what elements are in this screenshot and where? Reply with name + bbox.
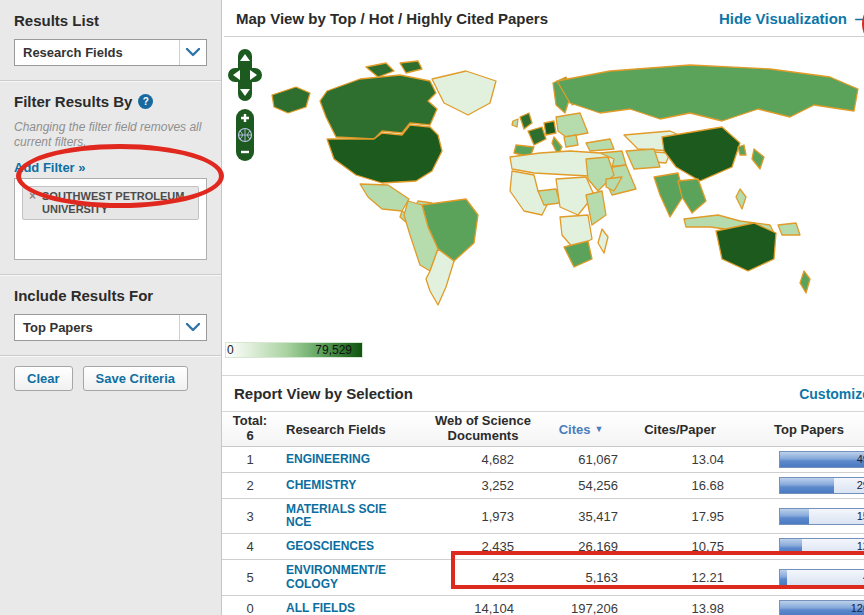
results-list-select[interactable]: Research Fields [14, 39, 207, 66]
row-rank: 2 [222, 478, 278, 493]
table-row: 0 ALL FIELDS 14,104 197,206 13.98 120 [222, 596, 864, 615]
map-controls [228, 49, 268, 165]
cites-per-paper-value: 16.68 [618, 478, 724, 493]
wos-documents-value: 1,973 [390, 509, 514, 524]
cites-value: 35,417 [514, 509, 618, 524]
results-list-title: Results List [14, 12, 207, 29]
research-field-link[interactable]: CHEMISTRY [286, 479, 390, 492]
column-header-wos-documents[interactable]: Web of Science Documents [428, 414, 538, 444]
map-area: 0 79,529 [222, 37, 864, 375]
cites-per-paper-value: 10.75 [618, 539, 724, 554]
remove-filter-icon[interactable]: × [29, 190, 36, 203]
top-papers-bar: 15 [779, 508, 864, 525]
research-field-link[interactable]: MATERIALS SCIENCE [286, 503, 390, 529]
top-papers-bar-fill [780, 478, 834, 493]
cites-value: 5,163 [514, 570, 618, 585]
row-rank: 0 [222, 601, 278, 615]
top-papers-bar: 4 [779, 569, 864, 586]
top-papers-bar: 29 [779, 477, 864, 494]
chevron-down-icon [179, 315, 206, 340]
table-row: 2 CHEMISTRY 3,252 54,256 16.68 29 [222, 473, 864, 499]
help-icon[interactable]: ? [138, 94, 153, 109]
cites-sort-label: Cites [559, 422, 591, 437]
include-results-selected-value: Top Papers [15, 320, 179, 335]
top-papers-bar-fill [780, 509, 809, 524]
research-field-link[interactable]: ENGINEERING [286, 453, 390, 466]
research-field-link[interactable]: GEOSCIENCES [286, 540, 390, 553]
include-results-select[interactable]: Top Papers [14, 314, 207, 341]
wos-documents-value: 2,435 [390, 539, 514, 554]
pan-control[interactable] [228, 49, 262, 101]
row-rank: 4 [222, 539, 278, 554]
filter-tag-label: SOUTHWEST PETROLEUM UNIVERSITY [42, 190, 192, 216]
total-count-header: Total: 6 [222, 414, 278, 444]
map-legend: 0 79,529 [225, 342, 363, 358]
wos-documents-value: 3,252 [390, 478, 514, 493]
collapse-icon: — [855, 10, 864, 27]
top-papers-bar: 49 [779, 451, 864, 468]
customize-link[interactable]: Customize [799, 386, 864, 402]
cites-value: 197,206 [514, 601, 618, 615]
table-row: 1 ENGINEERING 4,682 61,067 13.04 49 [222, 447, 864, 473]
world-choropleth-map[interactable] [270, 39, 860, 311]
row-rank: 5 [222, 570, 278, 585]
include-results-section: Include Results For Top Papers [0, 274, 221, 355]
top-papers-bar: 12 [779, 538, 864, 555]
filter-tag[interactable]: × SOUTHWEST PETROLEUM UNIVERSITY [22, 186, 199, 220]
filter-section-title: Filter Results By [14, 93, 132, 110]
clear-button[interactable]: Clear [14, 366, 73, 391]
top-papers-value: 12 [857, 540, 864, 552]
column-header-cites[interactable]: Cites ▼ [538, 422, 624, 437]
top-papers-value: 120 [851, 602, 864, 614]
research-field-link[interactable]: ALL FIELDS [286, 602, 390, 615]
cites-per-paper-value: 12.21 [618, 570, 724, 585]
column-header-cites-per-paper[interactable]: Cites/Paper [624, 422, 736, 437]
report-table-header: Total: 6 Research Fields Web of Science … [222, 412, 864, 447]
legend-min-value: 0 [227, 343, 234, 357]
active-filters-box: × SOUTHWEST PETROLEUM UNIVERSITY [14, 178, 207, 260]
cites-value: 61,067 [514, 452, 618, 467]
cites-value: 54,256 [514, 478, 618, 493]
top-papers-cell: 12 [779, 538, 864, 555]
research-field-link[interactable]: ENVIRONMENT/ECOLOGY [286, 564, 390, 590]
wos-documents-value: 14,104 [390, 601, 514, 615]
top-papers-bar-fill [780, 539, 802, 554]
column-header-research-fields[interactable]: Research Fields [278, 422, 428, 437]
chevron-down-icon [179, 40, 206, 65]
row-rank: 3 [222, 509, 278, 524]
top-papers-cell: 15 [779, 508, 864, 525]
top-papers-value: 29 [857, 479, 864, 491]
top-papers-cell: 29 [779, 477, 864, 494]
total-value: 6 [222, 429, 278, 444]
column-header-top-papers[interactable]: Top Papers [736, 422, 864, 437]
hide-visualization-link[interactable]: Hide Visualization — [719, 10, 864, 27]
report-view-header: Report View by Selection Customize [222, 375, 864, 412]
top-papers-bar-fill [780, 452, 864, 467]
criteria-buttons-section: Clear Save Criteria [0, 355, 221, 405]
row-rank: 1 [222, 452, 278, 467]
include-results-title: Include Results For [14, 287, 207, 304]
hide-visualization-label: Hide Visualization [719, 10, 847, 27]
top-papers-value: 15 [857, 510, 864, 522]
total-label: Total: [222, 414, 278, 429]
sort-descending-icon: ▼ [594, 424, 603, 434]
top-papers-value: 49 [857, 453, 864, 465]
wos-documents-value: 423 [390, 570, 514, 585]
table-row: 3 MATERIALS SCIENCE 1,973 35,417 17.95 1… [222, 499, 864, 534]
add-filter-link[interactable]: Add Filter » [14, 160, 86, 175]
table-row: 4 GEOSCIENCES 2,435 26,169 10.75 12 [222, 534, 864, 560]
save-criteria-button[interactable]: Save Criteria [83, 366, 189, 391]
map-view-header: Map View by Top / Hot / Highly Cited Pap… [224, 0, 864, 37]
top-papers-cell: 49 [779, 451, 864, 468]
wos-documents-value: 4,682 [390, 452, 514, 467]
map-view-title: Map View by Top / Hot / Highly Cited Pap… [236, 10, 548, 27]
top-papers-bar: 120 [779, 600, 864, 615]
top-papers-bar-fill [780, 570, 787, 585]
report-table-body: 1 ENGINEERING 4,682 61,067 13.04 49 2 CH… [222, 447, 864, 615]
top-papers-cell: 120 [779, 600, 864, 615]
cites-per-paper-value: 13.98 [618, 601, 724, 615]
esi-app: Results List Research Fields Filter Resu… [0, 0, 864, 615]
cites-per-paper-value: 17.95 [618, 509, 724, 524]
zoom-control[interactable] [236, 109, 254, 161]
table-row: 5 ENVIRONMENT/ECOLOGY 423 5,163 12.21 4 [222, 560, 864, 595]
